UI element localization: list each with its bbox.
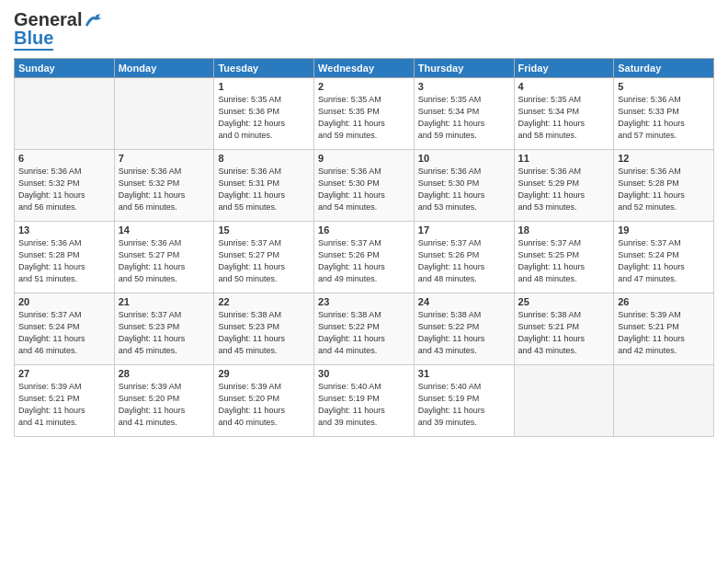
day-number: 30 — [318, 368, 410, 379]
calendar-cell: 24Sunrise: 5:38 AMSunset: 5:22 PMDayligh… — [414, 293, 514, 365]
logo-blue: Blue — [14, 27, 53, 51]
day-info: Sunrise: 5:38 AMSunset: 5:22 PMDaylight:… — [318, 309, 410, 357]
calendar-cell: 30Sunrise: 5:40 AMSunset: 5:19 PMDayligh… — [314, 365, 415, 437]
calendar-week-row: 20Sunrise: 5:37 AMSunset: 5:24 PMDayligh… — [15, 293, 714, 365]
calendar-cell: 13Sunrise: 5:36 AMSunset: 5:28 PMDayligh… — [15, 222, 115, 293]
calendar-cell — [15, 78, 115, 150]
day-info: Sunrise: 5:37 AMSunset: 5:24 PMDaylight:… — [618, 237, 710, 285]
day-info: Sunrise: 5:39 AMSunset: 5:21 PMDaylight:… — [18, 381, 110, 429]
day-header-thursday: Thursday — [414, 59, 514, 78]
calendar-header-row: SundayMondayTuesdayWednesdayThursdayFrid… — [15, 59, 714, 78]
day-info: Sunrise: 5:39 AMSunset: 5:20 PMDaylight:… — [119, 381, 210, 429]
calendar-cell: 7Sunrise: 5:36 AMSunset: 5:32 PMDaylight… — [114, 150, 214, 222]
day-info: Sunrise: 5:39 AMSunset: 5:20 PMDaylight:… — [218, 381, 310, 429]
day-number: 31 — [418, 368, 510, 379]
day-info: Sunrise: 5:38 AMSunset: 5:21 PMDaylight:… — [518, 309, 610, 357]
day-info: Sunrise: 5:36 AMSunset: 5:27 PMDaylight:… — [119, 237, 210, 285]
day-info: Sunrise: 5:37 AMSunset: 5:25 PMDaylight:… — [518, 237, 610, 285]
calendar-cell — [114, 78, 214, 150]
calendar-cell: 31Sunrise: 5:40 AMSunset: 5:19 PMDayligh… — [414, 365, 514, 437]
calendar-cell: 20Sunrise: 5:37 AMSunset: 5:24 PMDayligh… — [15, 293, 115, 365]
day-info: Sunrise: 5:37 AMSunset: 5:26 PMDaylight:… — [318, 237, 410, 285]
day-header-saturday: Saturday — [614, 59, 714, 78]
day-info: Sunrise: 5:35 AMSunset: 5:36 PMDaylight:… — [218, 94, 310, 142]
calendar-cell — [514, 365, 614, 437]
day-number: 8 — [218, 153, 310, 164]
calendar-cell: 8Sunrise: 5:36 AMSunset: 5:31 PMDaylight… — [214, 150, 314, 222]
day-number: 15 — [218, 224, 310, 236]
day-number: 11 — [518, 153, 610, 164]
day-number: 21 — [119, 296, 210, 307]
day-number: 13 — [18, 224, 110, 236]
day-info: Sunrise: 5:36 AMSunset: 5:30 PMDaylight:… — [418, 166, 510, 213]
calendar-cell: 28Sunrise: 5:39 AMSunset: 5:20 PMDayligh… — [114, 365, 214, 437]
calendar-cell: 1Sunrise: 5:35 AMSunset: 5:36 PMDaylight… — [214, 78, 314, 150]
day-number: 12 — [618, 153, 710, 164]
day-info: Sunrise: 5:37 AMSunset: 5:26 PMDaylight:… — [418, 237, 510, 285]
day-number: 10 — [418, 153, 510, 164]
day-info: Sunrise: 5:35 AMSunset: 5:34 PMDaylight:… — [418, 94, 510, 142]
calendar-cell: 18Sunrise: 5:37 AMSunset: 5:25 PMDayligh… — [514, 222, 614, 293]
day-header-monday: Monday — [114, 59, 214, 78]
logo-bird-icon — [84, 12, 104, 29]
day-header-tuesday: Tuesday — [214, 59, 314, 78]
calendar-cell: 17Sunrise: 5:37 AMSunset: 5:26 PMDayligh… — [414, 222, 514, 293]
day-info: Sunrise: 5:38 AMSunset: 5:23 PMDaylight:… — [218, 309, 310, 357]
day-number: 20 — [18, 296, 110, 307]
header: General Blue — [14, 9, 714, 51]
day-info: Sunrise: 5:40 AMSunset: 5:19 PMDaylight:… — [318, 381, 410, 429]
day-number: 17 — [418, 224, 510, 236]
calendar-cell: 25Sunrise: 5:38 AMSunset: 5:21 PMDayligh… — [514, 293, 614, 365]
day-number: 9 — [318, 153, 410, 164]
calendar-cell: 14Sunrise: 5:36 AMSunset: 5:27 PMDayligh… — [114, 222, 214, 293]
day-number: 7 — [119, 153, 210, 164]
day-number: 22 — [218, 296, 310, 307]
day-info: Sunrise: 5:36 AMSunset: 5:32 PMDaylight:… — [18, 166, 110, 213]
logo: General Blue — [14, 9, 104, 51]
calendar-cell: 16Sunrise: 5:37 AMSunset: 5:26 PMDayligh… — [314, 222, 415, 293]
calendar-week-row: 13Sunrise: 5:36 AMSunset: 5:28 PMDayligh… — [15, 222, 714, 293]
day-number: 14 — [119, 224, 210, 236]
calendar-cell: 2Sunrise: 5:35 AMSunset: 5:35 PMDaylight… — [314, 78, 415, 150]
calendar-cell: 23Sunrise: 5:38 AMSunset: 5:22 PMDayligh… — [314, 293, 415, 365]
day-number: 27 — [18, 368, 110, 379]
day-number: 2 — [318, 81, 410, 92]
calendar-cell — [614, 365, 714, 437]
calendar-cell: 22Sunrise: 5:38 AMSunset: 5:23 PMDayligh… — [214, 293, 314, 365]
day-number: 6 — [18, 153, 110, 164]
day-number: 3 — [418, 81, 510, 92]
day-number: 24 — [418, 296, 510, 307]
day-info: Sunrise: 5:37 AMSunset: 5:24 PMDaylight:… — [18, 309, 110, 357]
day-header-wednesday: Wednesday — [314, 59, 415, 78]
calendar-week-row: 27Sunrise: 5:39 AMSunset: 5:21 PMDayligh… — [15, 365, 714, 437]
day-info: Sunrise: 5:36 AMSunset: 5:33 PMDaylight:… — [618, 94, 710, 142]
calendar-cell: 29Sunrise: 5:39 AMSunset: 5:20 PMDayligh… — [214, 365, 314, 437]
day-number: 25 — [518, 296, 610, 307]
calendar-cell: 19Sunrise: 5:37 AMSunset: 5:24 PMDayligh… — [614, 222, 714, 293]
calendar-cell: 3Sunrise: 5:35 AMSunset: 5:34 PMDaylight… — [414, 78, 514, 150]
calendar-cell: 5Sunrise: 5:36 AMSunset: 5:33 PMDaylight… — [614, 78, 714, 150]
day-info: Sunrise: 5:37 AMSunset: 5:27 PMDaylight:… — [218, 237, 310, 285]
day-number: 23 — [318, 296, 410, 307]
day-number: 4 — [518, 81, 610, 92]
day-info: Sunrise: 5:36 AMSunset: 5:32 PMDaylight:… — [119, 166, 210, 213]
day-number: 1 — [218, 81, 310, 92]
day-number: 18 — [518, 224, 610, 236]
day-number: 16 — [318, 224, 410, 236]
day-number: 29 — [218, 368, 310, 379]
calendar-cell: 10Sunrise: 5:36 AMSunset: 5:30 PMDayligh… — [414, 150, 514, 222]
day-info: Sunrise: 5:40 AMSunset: 5:19 PMDaylight:… — [418, 381, 510, 429]
calendar-cell: 12Sunrise: 5:36 AMSunset: 5:28 PMDayligh… — [614, 150, 714, 222]
day-info: Sunrise: 5:38 AMSunset: 5:22 PMDaylight:… — [418, 309, 510, 357]
calendar-cell: 9Sunrise: 5:36 AMSunset: 5:30 PMDaylight… — [314, 150, 415, 222]
calendar-week-row: 1Sunrise: 5:35 AMSunset: 5:36 PMDaylight… — [15, 78, 714, 150]
day-info: Sunrise: 5:36 AMSunset: 5:31 PMDaylight:… — [218, 166, 310, 213]
day-info: Sunrise: 5:36 AMSunset: 5:28 PMDaylight:… — [618, 166, 710, 213]
day-header-sunday: Sunday — [15, 59, 115, 78]
calendar-week-row: 6Sunrise: 5:36 AMSunset: 5:32 PMDaylight… — [15, 150, 714, 222]
day-info: Sunrise: 5:36 AMSunset: 5:30 PMDaylight:… — [318, 166, 410, 213]
calendar-cell: 6Sunrise: 5:36 AMSunset: 5:32 PMDaylight… — [15, 150, 115, 222]
day-number: 19 — [618, 224, 710, 236]
day-info: Sunrise: 5:35 AMSunset: 5:35 PMDaylight:… — [318, 94, 410, 142]
day-number: 5 — [618, 81, 710, 92]
